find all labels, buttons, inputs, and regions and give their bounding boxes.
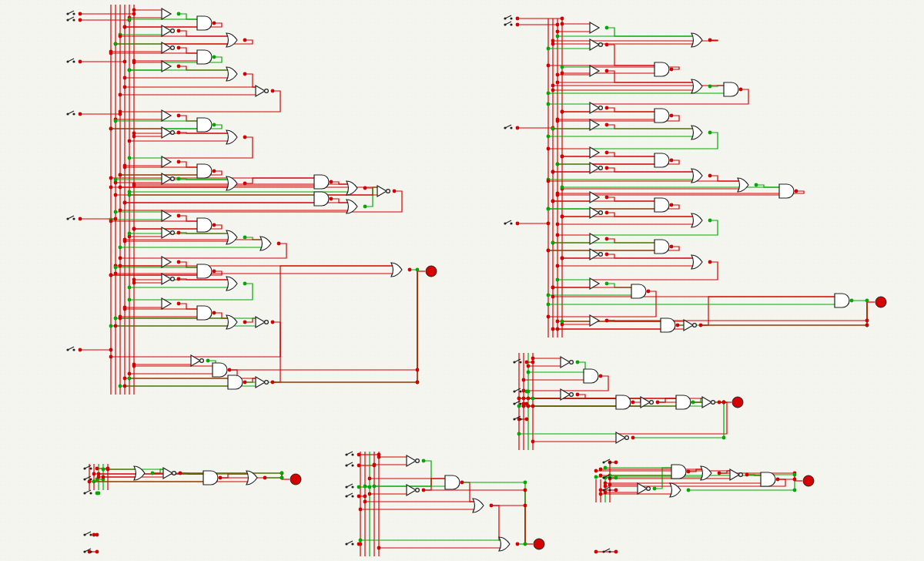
svg-point-11 — [79, 113, 82, 116]
gate-and[interactable] — [213, 363, 227, 377]
svg-point-47 — [119, 110, 122, 114]
svg-point-110 — [132, 278, 136, 282]
svg-point-169 — [708, 85, 712, 89]
gate-and[interactable] — [197, 50, 212, 64]
gate-and[interactable] — [228, 375, 243, 389]
gate-and[interactable] — [197, 264, 212, 278]
svg-point-152 — [561, 22, 564, 26]
svg-point-236 — [561, 320, 564, 324]
svg-point-302 — [92, 480, 96, 484]
svg-point-270 — [527, 405, 531, 408]
svg-point-103 — [177, 260, 181, 264]
gate-and[interactable] — [616, 395, 631, 409]
svg-point-203 — [556, 192, 560, 196]
svg-point-18 — [114, 217, 118, 221]
svg-point-64 — [213, 170, 216, 173]
gate-and[interactable] — [654, 153, 669, 167]
svg-point-278 — [517, 432, 521, 436]
svg-point-57 — [128, 139, 132, 143]
svg-point-123 — [109, 324, 113, 328]
gate-and[interactable] — [197, 306, 212, 320]
gate-and[interactable] — [197, 218, 212, 232]
svg-point-172 — [739, 88, 743, 92]
gate-and[interactable] — [835, 294, 849, 307]
svg-point-166 — [605, 69, 609, 73]
gate-and[interactable] — [314, 175, 329, 189]
svg-point-320 — [359, 543, 363, 546]
svg-point-227 — [556, 278, 560, 282]
gate-and[interactable] — [654, 198, 669, 212]
svg-point-357 — [594, 469, 598, 473]
svg-point-326 — [422, 489, 426, 492]
svg-point-45 — [119, 93, 122, 97]
svg-point-88 — [177, 214, 181, 218]
svg-point-12 — [79, 217, 82, 221]
svg-point-310 — [280, 476, 284, 480]
schematic-canvas[interactable] — [0, 0, 924, 561]
svg-point-76 — [363, 186, 367, 190]
svg-point-175 — [605, 106, 609, 110]
gate-and[interactable] — [654, 109, 669, 123]
svg-point-115 — [177, 302, 181, 306]
svg-point-343 — [614, 550, 618, 554]
gate-and[interactable] — [445, 475, 460, 489]
svg-point-333 — [359, 539, 363, 543]
svg-point-225 — [556, 264, 560, 268]
svg-point-341 — [614, 476, 618, 480]
svg-point-168 — [551, 89, 555, 92]
svg-point-217 — [605, 237, 609, 241]
svg-point-350 — [653, 487, 657, 491]
gate-and[interactable] — [203, 471, 218, 485]
svg-point-98 — [123, 238, 127, 242]
svg-point-14 — [132, 12, 136, 16]
svg-point-187 — [605, 151, 609, 155]
svg-point-212 — [561, 215, 564, 219]
gate-and[interactable] — [761, 472, 775, 486]
svg-point-131 — [128, 377, 132, 381]
svg-point-56 — [132, 132, 136, 136]
svg-point-28 — [177, 29, 181, 33]
gate-and[interactable] — [197, 118, 212, 132]
svg-point-283 — [722, 401, 726, 405]
svg-point-322 — [373, 463, 377, 467]
svg-point-238 — [676, 324, 680, 328]
svg-point-129 — [128, 372, 132, 376]
svg-point-46 — [271, 89, 275, 93]
gate-and[interactable] — [197, 16, 212, 30]
svg-point-61 — [177, 160, 181, 164]
svg-point-263 — [522, 389, 526, 393]
svg-point-148 — [561, 17, 564, 21]
gate-and[interactable] — [661, 318, 675, 332]
svg-point-334 — [377, 546, 381, 550]
gate-and[interactable] — [314, 192, 329, 206]
svg-point-31 — [243, 39, 247, 42]
svg-point-257 — [531, 357, 535, 361]
svg-point-197 — [547, 180, 551, 183]
gate-and[interactable] — [631, 284, 646, 298]
svg-point-139 — [408, 268, 412, 272]
svg-point-22 — [177, 12, 181, 16]
svg-point-328 — [363, 485, 367, 489]
gate-and[interactable] — [654, 62, 669, 76]
svg-point-153 — [556, 30, 560, 34]
gate-and[interactable] — [654, 240, 669, 254]
svg-point-359 — [745, 473, 749, 477]
svg-point-214 — [708, 219, 712, 223]
svg-point-213 — [556, 223, 560, 227]
gate-and[interactable] — [197, 164, 212, 178]
gate-and[interactable] — [584, 369, 598, 383]
svg-point-312 — [357, 464, 361, 468]
svg-point-314 — [357, 495, 361, 499]
gate-and[interactable] — [676, 395, 691, 409]
svg-point-34 — [177, 46, 181, 50]
gate-and[interactable] — [671, 465, 686, 479]
svg-point-254 — [527, 390, 531, 394]
output-indicator — [732, 397, 743, 408]
svg-point-70 — [243, 182, 247, 186]
svg-point-271 — [656, 401, 660, 405]
svg-point-340 — [614, 461, 618, 465]
gate-and[interactable] — [779, 184, 794, 198]
svg-point-199 — [755, 183, 758, 187]
gate-and[interactable] — [724, 82, 738, 96]
svg-point-92 — [132, 227, 136, 231]
